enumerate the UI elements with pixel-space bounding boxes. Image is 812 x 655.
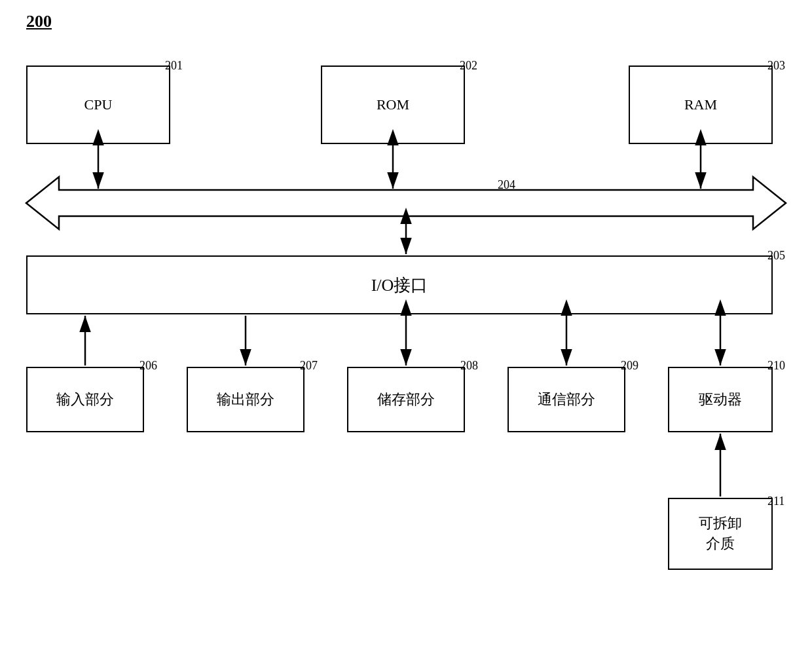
rom-ref: 202 [460,59,477,73]
comm-ref: 209 [621,359,638,373]
removable-label: 可拆卸介质 [699,514,742,554]
input-label: 输入部分 [56,390,114,409]
input-box: 输入部分 [26,367,144,432]
removable-box: 可拆卸介质 [668,498,773,570]
input-ref: 206 [139,359,157,373]
bus-arrow [26,177,786,229]
diagram-title: 200 [26,12,52,31]
cpu-box: CPU [26,66,170,144]
cpu-label: CPU [84,96,113,113]
bus-ref: 204 [498,178,515,192]
cpu-ref: 201 [165,59,183,73]
comm-box: 通信部分 [507,367,625,432]
driver-box: 驱动器 [668,367,773,432]
io-ref: 205 [767,249,785,263]
storage-box: 储存部分 [347,367,465,432]
storage-label: 储存部分 [377,390,435,409]
output-box: 输出部分 [187,367,304,432]
driver-ref: 210 [767,359,785,373]
ram-ref: 203 [767,59,785,73]
output-ref: 207 [300,359,318,373]
io-box: I/O接口 [26,255,773,314]
io-label: I/O接口 [371,274,428,297]
rom-label: ROM [377,96,409,113]
ram-label: RAM [684,96,717,113]
storage-ref: 208 [460,359,478,373]
comm-label: 通信部分 [538,390,595,409]
driver-label: 驱动器 [699,390,742,409]
output-label: 输出部分 [217,390,274,409]
removable-ref: 211 [767,495,784,508]
rom-box: ROM [321,66,465,144]
ram-box: RAM [629,66,773,144]
diagram: 200 CPU 201 ROM 202 RAM 203 I/O接口 205 输入… [0,0,812,655]
